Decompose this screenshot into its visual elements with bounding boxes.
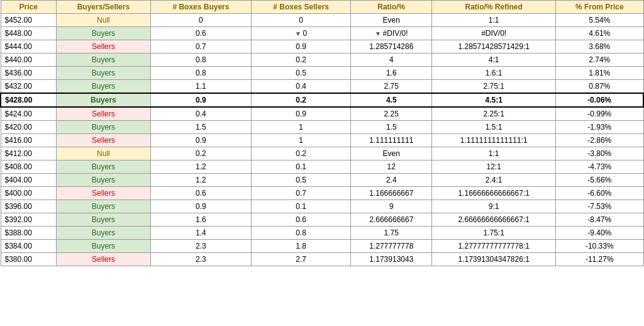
ratio-cell: 4 <box>351 53 432 67</box>
table-row: $428.00Buyers0.90.24.54.5:1-0.06% <box>1 93 643 107</box>
from-price-cell: -1.93% <box>555 121 643 134</box>
table-row: $432.00Buyers1.10.42.752.75:10.87% <box>1 80 643 94</box>
buyers-sellers-cell: Buyers <box>56 213 150 227</box>
ratio-cell: 1.285714286 <box>351 40 432 53</box>
ratio-refined-cell: 1.75:1 <box>432 227 556 240</box>
table-row: $388.00Buyers1.40.81.751.75:1-9.40% <box>1 227 643 240</box>
boxes-sellers-cell: 0.7 <box>252 187 351 200</box>
ratio-refined-cell: 1:1 <box>432 147 556 160</box>
ratio-cell: Even <box>351 147 432 160</box>
price-cell: $380.00 <box>1 253 56 266</box>
boxes-buyers-cell: 0.6 <box>150 27 251 40</box>
col-header-price: Price <box>1 1 56 14</box>
ratio-cell: 2.75 <box>351 80 432 94</box>
price-cell: $440.00 <box>1 53 56 67</box>
table-row: $440.00Buyers0.80.244:12.74% <box>1 53 643 67</box>
from-price-cell: 3.68% <box>555 40 643 53</box>
buyers-sellers-cell: Buyers <box>56 67 150 80</box>
price-cell: $420.00 <box>1 121 56 134</box>
ratio-cell: ▼ #DIV/0! <box>351 27 432 40</box>
from-price-cell: -4.73% <box>555 160 643 174</box>
ratio-refined-cell: 12:1 <box>432 160 556 174</box>
ratio-cell: 2.666666667 <box>351 213 432 227</box>
boxes-sellers-cell: 0.5 <box>252 67 351 80</box>
price-cell: $392.00 <box>1 213 56 227</box>
from-price-cell: 1.81% <box>555 67 643 80</box>
table-row: $436.00Buyers0.80.51.61.6:11.81% <box>1 67 643 80</box>
price-cell: $432.00 <box>1 80 56 94</box>
ratio-cell: 9 <box>351 200 432 213</box>
boxes-sellers-cell: 0.1 <box>252 200 351 213</box>
from-price-cell: -9.40% <box>555 227 643 240</box>
from-price-cell: 0.87% <box>555 80 643 94</box>
boxes-buyers-cell: 0 <box>150 14 251 27</box>
boxes-sellers-cell: 1.8 <box>252 240 351 253</box>
ratio-refined-cell: 1.1111111111111:1 <box>432 134 556 147</box>
price-cell: $424.00 <box>1 107 56 121</box>
boxes-buyers-cell: 0.6 <box>150 187 251 200</box>
boxes-buyers-cell: 1.4 <box>150 227 251 240</box>
buyers-sellers-cell: Null <box>56 147 150 160</box>
from-price-cell: -6.60% <box>555 187 643 200</box>
boxes-buyers-cell: 1.1 <box>150 80 251 94</box>
from-price-cell: -5.66% <box>555 174 643 187</box>
table-row: $444.00Sellers0.70.91.2857142861.2857142… <box>1 40 643 53</box>
table-row: $400.00Sellers0.60.71.1666666671.1666666… <box>1 187 643 200</box>
table-row: $416.00Sellers0.911.1111111111.111111111… <box>1 134 643 147</box>
boxes-sellers-cell: 0.9 <box>252 40 351 53</box>
boxes-sellers-cell: 0.2 <box>252 147 351 160</box>
boxes-sellers-cell: 0.8 <box>252 227 351 240</box>
boxes-buyers-cell: 1.2 <box>150 174 251 187</box>
boxes-buyers-cell: 0.9 <box>150 200 251 213</box>
ratio-refined-cell: 4:1 <box>432 53 556 67</box>
price-cell: $448.00 <box>1 27 56 40</box>
from-price-cell: -3.80% <box>555 147 643 160</box>
col-header-ratio: Ratio/% <box>351 1 432 14</box>
ratio-refined-cell: 1:1 <box>432 14 556 27</box>
boxes-buyers-cell: 0.9 <box>150 134 251 147</box>
ratio-cell: 2.4 <box>351 174 432 187</box>
ratio-cell: 1.5 <box>351 121 432 134</box>
buyers-sellers-cell: Buyers <box>56 93 150 107</box>
buyers-sellers-cell: Buyers <box>56 53 150 67</box>
buyers-sellers-cell: Buyers <box>56 200 150 213</box>
ratio-cell: 1.111111111 <box>351 134 432 147</box>
table-row: $420.00Buyers1.511.51.5:1-1.93% <box>1 121 643 134</box>
ratio-refined-cell: 1.17391304347826:1 <box>432 253 556 266</box>
buyers-sellers-cell: Sellers <box>56 253 150 266</box>
ratio-cell: 1.75 <box>351 227 432 240</box>
ratio-refined-cell: 2.25:1 <box>432 107 556 121</box>
from-price-cell: -0.06% <box>555 93 643 107</box>
table-row: $408.00Buyers1.20.11212:1-4.73% <box>1 160 643 174</box>
col-header-from-price: % From Price <box>555 1 643 14</box>
col-header-boxes-buyers: # Boxes Buyers <box>150 1 251 14</box>
from-price-cell: -10.33% <box>555 240 643 253</box>
buyers-sellers-cell: Sellers <box>56 187 150 200</box>
table-row: $396.00Buyers0.90.199:1-7.53% <box>1 200 643 213</box>
from-price-cell: 5.54% <box>555 14 643 27</box>
from-price-cell: -11.27% <box>555 253 643 266</box>
price-cell: $412.00 <box>1 147 56 160</box>
price-cell: $428.00 <box>1 93 56 107</box>
boxes-sellers-cell: 2.7 <box>252 253 351 266</box>
boxes-sellers-cell: 0.2 <box>252 93 351 107</box>
ratio-refined-cell: 2.75:1 <box>432 80 556 94</box>
boxes-sellers-cell: 1 <box>252 134 351 147</box>
boxes-buyers-cell: 0.2 <box>150 147 251 160</box>
ratio-refined-cell: 2.66666666666667:1 <box>432 213 556 227</box>
price-cell: $396.00 <box>1 200 56 213</box>
buyers-sellers-cell: Sellers <box>56 107 150 121</box>
boxes-buyers-cell: 0.9 <box>150 93 251 107</box>
boxes-buyers-cell: 2.3 <box>150 240 251 253</box>
buyers-sellers-cell: Buyers <box>56 174 150 187</box>
ratio-cell: 1.277777778 <box>351 240 432 253</box>
boxes-buyers-cell: 0.8 <box>150 53 251 67</box>
boxes-sellers-cell: 0 <box>252 14 351 27</box>
price-cell: $416.00 <box>1 134 56 147</box>
boxes-sellers-cell: 1 <box>252 121 351 134</box>
boxes-buyers-cell: 1.6 <box>150 213 251 227</box>
table-row: $380.00Sellers2.32.71.1739130431.1739130… <box>1 253 643 266</box>
boxes-buyers-cell: 2.3 <box>150 253 251 266</box>
table-row: $424.00Sellers0.40.92.252.25:1-0.99% <box>1 107 643 121</box>
buyers-sellers-cell: Buyers <box>56 160 150 174</box>
